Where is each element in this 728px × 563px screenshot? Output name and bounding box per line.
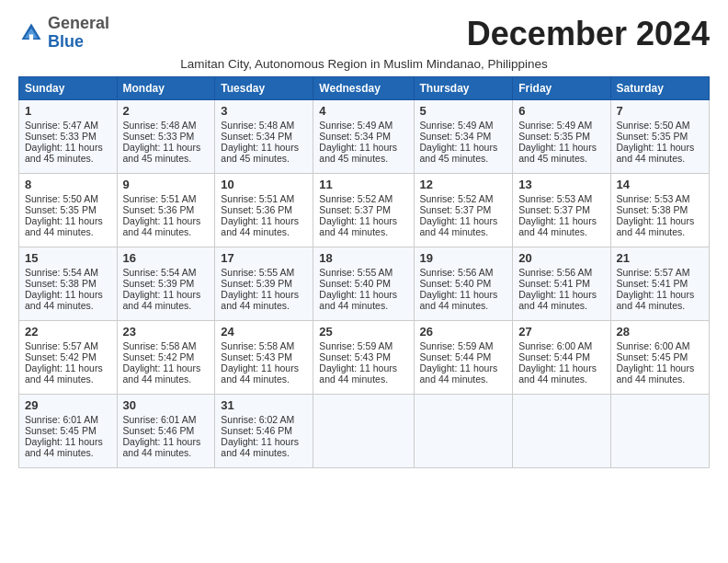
day-number: 3 <box>221 104 307 118</box>
day-number: 10 <box>221 178 307 191</box>
day-cell-17: 17Sunrise: 5:55 AMSunset: 5:39 PMDayligh… <box>215 247 313 321</box>
subtitle: Lamitan City, Autonomous Region in Musli… <box>18 57 710 71</box>
day-number: 13 <box>518 178 604 191</box>
day-cell-26: 26Sunrise: 5:59 AMSunset: 5:44 PMDayligh… <box>414 321 513 395</box>
day-cell-23: 23Sunrise: 5:58 AMSunset: 5:42 PMDayligh… <box>117 321 215 395</box>
logo: General Blue <box>18 15 109 52</box>
day-cell-29: 29Sunrise: 6:01 AMSunset: 5:45 PMDayligh… <box>19 395 118 468</box>
day-cell-21: 21Sunrise: 5:57 AMSunset: 5:41 PMDayligh… <box>610 247 709 321</box>
col-header-friday: Friday <box>513 77 610 100</box>
day-number: 31 <box>221 398 307 412</box>
day-cell-25: 25Sunrise: 5:59 AMSunset: 5:43 PMDayligh… <box>313 321 414 395</box>
day-number: 27 <box>518 325 604 339</box>
day-cell-11: 11Sunrise: 5:52 AMSunset: 5:37 PMDayligh… <box>313 174 414 247</box>
week-row-4: 22Sunrise: 5:57 AMSunset: 5:42 PMDayligh… <box>19 321 710 395</box>
header-row: SundayMondayTuesdayWednesdayThursdayFrid… <box>19 77 710 100</box>
week-row-3: 15Sunrise: 5:54 AMSunset: 5:38 PMDayligh… <box>19 247 710 321</box>
day-number: 28 <box>617 325 703 339</box>
col-header-saturday: Saturday <box>610 77 709 100</box>
day-cell-27: 27Sunrise: 6:00 AMSunset: 5:44 PMDayligh… <box>513 321 610 395</box>
day-cell-5: 5Sunrise: 5:49 AMSunset: 5:34 PMDaylight… <box>414 100 513 174</box>
day-number: 26 <box>420 325 507 339</box>
day-cell-7: 7Sunrise: 5:50 AMSunset: 5:35 PMDaylight… <box>610 100 709 174</box>
day-cell-13: 13Sunrise: 5:53 AMSunset: 5:37 PMDayligh… <box>513 174 610 247</box>
day-number: 16 <box>123 251 210 265</box>
day-number: 12 <box>420 178 507 191</box>
day-number: 18 <box>319 251 407 265</box>
day-cell-15: 15Sunrise: 5:54 AMSunset: 5:38 PMDayligh… <box>19 247 118 321</box>
day-number: 21 <box>617 251 703 265</box>
day-number: 15 <box>25 251 111 265</box>
day-cell-22: 22Sunrise: 5:57 AMSunset: 5:42 PMDayligh… <box>19 321 118 395</box>
day-number: 25 <box>319 325 407 339</box>
day-number: 23 <box>123 325 210 339</box>
day-number: 9 <box>123 178 210 191</box>
empty-cell <box>313 395 414 468</box>
day-number: 17 <box>221 251 307 265</box>
logo-icon <box>18 20 44 46</box>
week-row-2: 8Sunrise: 5:50 AMSunset: 5:35 PMDaylight… <box>19 174 710 247</box>
day-number: 22 <box>25 325 111 339</box>
day-cell-6: 6Sunrise: 5:49 AMSunset: 5:35 PMDaylight… <box>513 100 610 174</box>
day-number: 11 <box>319 178 407 191</box>
day-number: 2 <box>123 104 210 118</box>
day-number: 8 <box>25 178 111 191</box>
day-number: 29 <box>25 398 111 412</box>
col-header-sunday: Sunday <box>19 77 118 100</box>
day-number: 14 <box>617 178 703 191</box>
day-cell-9: 9Sunrise: 5:51 AMSunset: 5:36 PMDaylight… <box>117 174 215 247</box>
day-number: 24 <box>221 325 307 339</box>
col-header-wednesday: Wednesday <box>313 77 414 100</box>
month-title: December 2024 <box>467 15 710 53</box>
day-cell-19: 19Sunrise: 5:56 AMSunset: 5:40 PMDayligh… <box>414 247 513 321</box>
day-cell-18: 18Sunrise: 5:55 AMSunset: 5:40 PMDayligh… <box>313 247 414 321</box>
calendar-table: SundayMondayTuesdayWednesdayThursdayFrid… <box>18 76 710 468</box>
day-cell-20: 20Sunrise: 5:56 AMSunset: 5:41 PMDayligh… <box>513 247 610 321</box>
day-cell-24: 24Sunrise: 5:58 AMSunset: 5:43 PMDayligh… <box>215 321 313 395</box>
day-cell-14: 14Sunrise: 5:53 AMSunset: 5:38 PMDayligh… <box>610 174 709 247</box>
day-cell-12: 12Sunrise: 5:52 AMSunset: 5:37 PMDayligh… <box>414 174 513 247</box>
logo-text: General Blue <box>48 15 109 52</box>
header: General Blue December 2024 <box>18 15 710 53</box>
day-number: 19 <box>420 251 507 265</box>
logo-general: General <box>48 15 109 33</box>
day-cell-10: 10Sunrise: 5:51 AMSunset: 5:36 PMDayligh… <box>215 174 313 247</box>
day-cell-3: 3Sunrise: 5:48 AMSunset: 5:34 PMDaylight… <box>215 100 313 174</box>
svg-rect-2 <box>29 34 33 40</box>
day-number: 4 <box>319 104 407 118</box>
empty-cell <box>414 395 513 468</box>
col-header-thursday: Thursday <box>414 77 513 100</box>
title-block: December 2024 <box>467 15 710 53</box>
col-header-monday: Monday <box>117 77 215 100</box>
day-number: 6 <box>518 104 604 118</box>
logo-blue: Blue <box>48 33 109 52</box>
week-row-1: 1Sunrise: 5:47 AMSunset: 5:33 PMDaylight… <box>19 100 710 174</box>
empty-cell <box>610 395 709 468</box>
day-number: 30 <box>123 398 210 412</box>
day-number: 5 <box>420 104 507 118</box>
day-number: 1 <box>25 104 111 118</box>
day-cell-2: 2Sunrise: 5:48 AMSunset: 5:33 PMDaylight… <box>117 100 215 174</box>
day-cell-30: 30Sunrise: 6:01 AMSunset: 5:46 PMDayligh… <box>117 395 215 468</box>
col-header-tuesday: Tuesday <box>215 77 313 100</box>
day-cell-8: 8Sunrise: 5:50 AMSunset: 5:35 PMDaylight… <box>19 174 118 247</box>
day-cell-4: 4Sunrise: 5:49 AMSunset: 5:34 PMDaylight… <box>313 100 414 174</box>
day-number: 7 <box>617 104 703 118</box>
page: General Blue December 2024 Lamitan City,… <box>0 0 728 477</box>
week-row-5: 29Sunrise: 6:01 AMSunset: 5:45 PMDayligh… <box>19 395 710 468</box>
empty-cell <box>513 395 610 468</box>
day-number: 20 <box>518 251 604 265</box>
day-cell-1: 1Sunrise: 5:47 AMSunset: 5:33 PMDaylight… <box>19 100 118 174</box>
day-cell-16: 16Sunrise: 5:54 AMSunset: 5:39 PMDayligh… <box>117 247 215 321</box>
day-cell-28: 28Sunrise: 6:00 AMSunset: 5:45 PMDayligh… <box>610 321 709 395</box>
day-cell-31: 31Sunrise: 6:02 AMSunset: 5:46 PMDayligh… <box>215 395 313 468</box>
